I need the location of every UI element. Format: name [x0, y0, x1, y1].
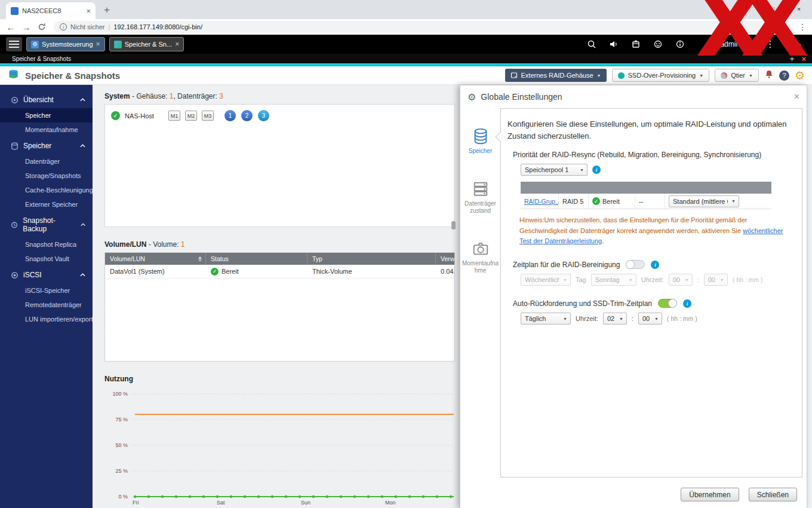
time-format-hint: ( hh : mm )	[733, 276, 763, 283]
help-icon[interactable]: ?	[779, 71, 789, 81]
trim-frequency-select[interactable]: Täglich ▼	[521, 313, 571, 325]
sidebar-group-uebersicht[interactable]: Übersicht	[0, 91, 93, 108]
sidebar-group-speicher[interactable]: Speicher	[0, 137, 93, 154]
sidebar-item-remotedatentraeger[interactable]: Remotedatenträger	[0, 298, 93, 312]
raid-group-row[interactable]: RAID-Grup... RAID 5 ✓ Bereit -- Standard…	[521, 194, 771, 209]
security-label[interactable]: Nicht sicher	[70, 23, 104, 30]
info-icon[interactable]	[671, 36, 689, 53]
raid-scrubbing-toggle[interactable]	[626, 260, 645, 269]
window-maximize-button[interactable]: □	[759, 0, 786, 18]
m2-slot-button[interactable]: M1	[168, 111, 180, 121]
table-row[interactable]: DataVol1 (System) ✓ Bereit Thick-Volume …	[105, 265, 454, 279]
background-tasks-icon[interactable]	[627, 36, 645, 53]
settings-nav-momentaufnahme[interactable]: Momentaufnahme	[462, 240, 500, 274]
raid-type-cell: RAID 5	[559, 194, 589, 209]
tab-close-icon[interactable]: ×	[86, 7, 91, 16]
global-settings-gear-icon[interactable]: ⚙	[795, 70, 805, 81]
disk-slot-button[interactable]: 2	[241, 110, 253, 121]
info-icon[interactable]: i	[592, 166, 601, 174]
settings-nav-label: Datenträger zustand	[462, 200, 500, 215]
site-info-icon[interactable]: i	[60, 23, 67, 30]
info-icon[interactable]: i	[683, 299, 691, 308]
ssd-trim-toggle[interactable]	[658, 299, 677, 308]
raid-group-link[interactable]: RAID-Grup...	[524, 198, 559, 205]
window-close-button[interactable]: ×	[786, 0, 812, 18]
close-icon[interactable]: ×	[96, 40, 100, 48]
refresh-icon[interactable]	[35, 20, 49, 33]
sidebar-item-lun-import-export[interactable]: LUN importieren/exportier	[0, 312, 93, 326]
m2-slot-button[interactable]: M3	[202, 111, 214, 121]
sidebar-item-momentaufnahme[interactable]: Momentaufnahme	[0, 123, 93, 137]
app-tab-systemsteuerung[interactable]: ⚙ Systemsteuerung ×	[26, 37, 105, 51]
sidebar-item-snapshot-vault[interactable]: Snapshot Vault	[0, 252, 93, 266]
resync-priority-select[interactable]: Standard (mittlere Ges... ▼	[669, 195, 739, 207]
close-window-icon[interactable]: ×	[801, 54, 806, 63]
external-raid-button[interactable]: Externes RAID-Gehäuse ▼	[505, 69, 607, 82]
sidebar-item-iscsi-speicher[interactable]: iSCSI-Speicher	[0, 283, 93, 298]
snapshot-camera-icon	[472, 240, 490, 258]
scrub-hour-select[interactable]: 00 ▼	[669, 274, 693, 286]
disk-slot-button[interactable]: 1	[224, 110, 236, 121]
column-header-status[interactable]: Status	[206, 253, 307, 265]
sort-icon[interactable]	[198, 256, 202, 262]
close-icon[interactable]: ×	[175, 40, 179, 48]
main-menu-icon[interactable]	[6, 37, 22, 51]
settings-panel-header: ⚙ Globale Einstellungen ×	[460, 85, 807, 108]
trim-hour-select[interactable]: 02 ▼	[603, 313, 627, 325]
address-bar[interactable]: i Nicht sicher | 192.168.177.149:8080/cg…	[54, 21, 792, 33]
more-options-icon[interactable]: ⋮	[764, 39, 777, 50]
scrub-frequency-select[interactable]: Wöchentlich ▼	[521, 274, 571, 286]
ssd-trim-controls: Täglich ▼ Uhrzeit: 02 ▼ : 00 ▼ ( hh : mm…	[521, 313, 795, 325]
window-minimize-button[interactable]: –	[733, 0, 759, 18]
qtier-button[interactable]: Qtier ▼	[715, 69, 759, 82]
close-button[interactable]: Schließen	[749, 488, 797, 501]
taskbar-window-label[interactable]: Speicher & Snapshots	[12, 56, 71, 62]
apply-button[interactable]: Übernehmen	[681, 488, 739, 501]
raid-resync-cell: --	[635, 194, 665, 209]
storage-pool-select[interactable]: Speicherpool 1 ▼	[521, 164, 588, 176]
browser-menu-icon[interactable]: ⋮	[796, 22, 808, 32]
sidebar-item-speicher[interactable]: Speicher	[0, 108, 93, 123]
smiley-icon[interactable]	[649, 36, 667, 53]
dashboard-icon[interactable]	[788, 36, 806, 53]
ssd-over-provisioning-button[interactable]: SSD-Over-Provisioning ▼	[612, 69, 710, 82]
sidebar-item-storage-snapshots[interactable]: Storage/Snapshots	[0, 169, 93, 183]
column-header-typ[interactable]: Typ	[307, 253, 436, 265]
sidebar-group-iscsi[interactable]: iSCSI	[0, 266, 93, 283]
back-icon[interactable]: ←	[4, 20, 18, 33]
scrub-day-select[interactable]: Sonntag ▼	[591, 274, 636, 286]
status-ok-icon: ✓	[592, 197, 600, 205]
column-header-verwendet[interactable]: Verw...	[436, 253, 454, 265]
user-menu[interactable]: admin ▼	[705, 39, 750, 50]
disk-slot-button[interactable]: 3	[258, 110, 269, 121]
volume-table-header: Volume/LUN Status Typ Verw...	[105, 253, 454, 265]
column-header-volume[interactable]: Volume/LUN	[105, 253, 206, 265]
sidebar-item-cache-beschleunigung[interactable]: Cache-Beschleunigung	[0, 183, 93, 197]
scrub-minute-select[interactable]: 00 ▼	[704, 274, 728, 286]
sidebar-item-snapshot-replica[interactable]: Snapshot Replica	[0, 237, 93, 252]
volume-icon[interactable]	[605, 36, 623, 53]
trim-minute-select[interactable]: 00 ▼	[638, 313, 662, 325]
raid-scrubbing-label: Zeitplan für die RAID-Bereinigung	[513, 261, 620, 269]
browser-tab-title: NAS2CEEC8	[22, 7, 82, 14]
sidebar-item-externer-speicher[interactable]: Externer Speicher	[0, 197, 93, 212]
url-text[interactable]: 192.168.177.149:8080/cgi-bin/	[113, 23, 202, 30]
forward-icon[interactable]: →	[19, 20, 33, 33]
close-icon[interactable]: ×	[794, 91, 799, 102]
settings-nav-speicher[interactable]: Speicher	[462, 127, 500, 155]
browser-tab[interactable]: NAS2CEEC8 ×	[6, 2, 96, 19]
chevron-down-icon: ▼	[597, 74, 601, 78]
notifications-bell-icon[interactable]	[764, 69, 774, 81]
scrollbar-thumb[interactable]	[451, 221, 456, 229]
nas-host-row: ✓ NAS-Host M1 M2 M3 1 2 3	[111, 110, 448, 121]
sidebar-group-snapshot-backup[interactable]: Snapshot-Backup	[0, 212, 93, 237]
m2-slot-button[interactable]: M2	[185, 111, 197, 121]
app-tab-speicher[interactable]: Speicher & Sn... ×	[109, 37, 184, 51]
info-icon[interactable]: i	[651, 261, 659, 269]
sidebar-item-datentraeger[interactable]: Datenträger	[0, 154, 93, 169]
add-icon[interactable]: +	[790, 54, 795, 63]
search-icon[interactable]	[583, 36, 601, 53]
new-tab-button[interactable]: +	[99, 2, 115, 18]
qnap-taskbar: Speicher & Snapshots + ×	[0, 54, 812, 63]
settings-nav-datentraeger-zustand[interactable]: Datenträger zustand	[462, 180, 500, 215]
